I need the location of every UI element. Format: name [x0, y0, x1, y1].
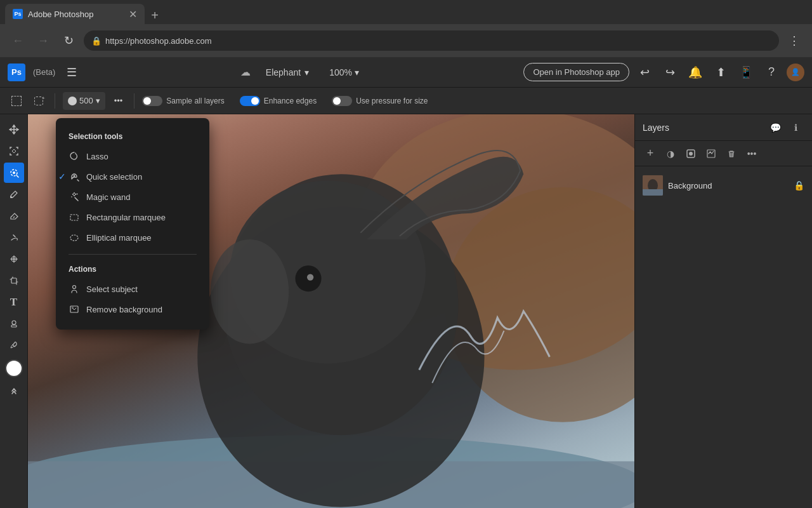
app-beta-label: (Beta)	[33, 67, 55, 77]
cloud-save-button[interactable]: 📱	[736, 62, 756, 83]
dropdown-divider	[69, 254, 197, 255]
lasso-tool-label: Lasso	[86, 152, 108, 161]
selection-mode-btn-2[interactable]: +	[30, 94, 47, 108]
sample-all-layers-toggle[interactable]	[142, 96, 162, 106]
mask-button[interactable]	[682, 145, 700, 163]
magic-wand-item[interactable]: Magic wand	[56, 187, 209, 207]
type-tool[interactable]: T	[4, 292, 24, 312]
selection-tools-section-title: Selection tools	[56, 128, 209, 146]
rectangular-marquee-label: Rectangular marquee	[86, 213, 166, 222]
app-header: Ps (Beta) ☰ ☁ Elephant ▾ 100% ▾ Open in …	[0, 57, 812, 88]
svg-point-21	[73, 286, 76, 289]
svg-rect-4	[11, 278, 16, 283]
svg-rect-6	[11, 325, 16, 327]
remove-background-item[interactable]: Remove background	[56, 299, 209, 319]
open-in-photoshop-button[interactable]: Open in Photoshop app	[523, 63, 629, 81]
select-subject-label: Select subject	[86, 284, 138, 294]
sample-all-layers-toggle-row: Sample all layers	[142, 96, 224, 106]
svg-point-1	[13, 171, 15, 174]
svg-rect-22	[70, 306, 78, 312]
frame-tool[interactable]	[4, 141, 24, 161]
rectangular-marquee-item[interactable]: Rectangular marquee	[56, 207, 209, 227]
more-options-button[interactable]: •••	[110, 93, 127, 108]
crop-tool[interactable]	[4, 271, 24, 291]
actions-section-title: Actions	[56, 261, 209, 279]
browser-toolbar: ← → ↻ 🔒 https://photoshop.adobe.com ⋮	[0, 24, 812, 57]
zoom-dropdown-icon: ▾	[355, 67, 359, 77]
erase-tool[interactable]	[4, 206, 24, 226]
select-subject-item[interactable]: Select subject	[56, 279, 209, 299]
brush-size-value: 500	[79, 96, 93, 105]
smudge-tool[interactable]	[4, 227, 24, 248]
panel-info-button[interactable]: ℹ	[787, 119, 804, 137]
file-name-button[interactable]: Elephant ▾	[261, 65, 314, 80]
svg-point-20	[70, 235, 78, 241]
layers-panel: Layers 💬 ℹ + ◑	[634, 114, 812, 508]
svg-point-25	[689, 152, 693, 156]
lasso-tool-item[interactable]: Lasso	[56, 146, 209, 166]
panel-title: Layers	[643, 123, 669, 133]
lock-icon: 🔒	[91, 36, 102, 46]
svg-rect-19	[70, 215, 78, 220]
panel-toolbar: + ◑	[635, 141, 812, 166]
layer-name-background: Background	[668, 181, 789, 190]
stamp-tool[interactable]	[4, 314, 24, 334]
left-toolbar: T	[0, 114, 28, 508]
selection-mode-btn-1[interactable]	[8, 93, 25, 109]
add-layer-button[interactable]: +	[641, 145, 659, 163]
active-tab[interactable]: Ps Adobe Photoshop ✕	[5, 4, 145, 24]
eyedropper-tool[interactable]	[4, 335, 24, 356]
use-pressure-label: Use pressure for size	[356, 97, 428, 105]
svg-rect-29	[643, 189, 663, 196]
delete-layer-button[interactable]	[723, 145, 740, 163]
address-bar[interactable]: 🔒 https://photoshop.adobe.com	[84, 30, 779, 51]
user-avatar[interactable]: 👤	[787, 64, 804, 81]
share-button[interactable]: ⬆	[710, 62, 731, 83]
tab-favicon: Ps	[13, 9, 23, 19]
quick-selection-label: Quick selection	[86, 172, 142, 182]
layer-thumbnail	[643, 175, 663, 196]
tab-close-button[interactable]: ✕	[129, 8, 137, 20]
enhance-edges-label: Enhance edges	[264, 97, 317, 105]
panel-header: Layers 💬 ℹ	[635, 114, 812, 141]
move-tool[interactable]	[4, 119, 24, 140]
panel-more-options[interactable]: •••	[743, 145, 761, 163]
brush-tool[interactable]	[4, 184, 24, 204]
magic-wand-icon	[69, 191, 80, 203]
magic-wand-label: Magic wand	[86, 192, 130, 202]
panel-header-right: 💬 ℹ	[766, 119, 804, 137]
zoom-adjust-tool[interactable]	[4, 381, 24, 401]
header-right: Open in Photoshop app ↩ ↪ 🔔 ⬆ 📱 ? 👤	[523, 62, 804, 83]
refresh-button[interactable]: ↻	[58, 30, 79, 51]
app-area: Ps (Beta) ☰ ☁ Elephant ▾ 100% ▾ Open in …	[0, 57, 812, 508]
file-name-dropdown-icon: ▾	[304, 67, 309, 77]
svg-point-5	[12, 321, 16, 324]
heal-tool[interactable]	[4, 249, 24, 269]
undo-button[interactable]: ↩	[634, 62, 655, 83]
brush-size-selector[interactable]: 500 ▾	[63, 92, 105, 110]
brush-color-preview[interactable]	[5, 359, 23, 377]
use-pressure-toggle[interactable]	[332, 96, 352, 106]
forward-button[interactable]: →	[33, 30, 53, 51]
browser-menu-button[interactable]: ⋮	[784, 30, 804, 51]
back-button[interactable]: ←	[8, 30, 28, 51]
effects-button[interactable]: ◑	[662, 145, 679, 163]
layer-item-background[interactable]: Background 🔒	[635, 171, 812, 199]
elliptical-marquee-item[interactable]: Elliptical marquee	[56, 227, 209, 248]
zoom-button[interactable]: 100% ▾	[324, 65, 364, 80]
new-tab-button[interactable]: +	[146, 6, 164, 24]
adjustment-button[interactable]	[702, 145, 720, 163]
help-button[interactable]: ?	[761, 62, 782, 83]
redo-button[interactable]: ↪	[660, 62, 680, 83]
canvas-area[interactable]: Selection tools Lasso ✓	[28, 114, 634, 508]
use-pressure-toggle-row: Use pressure for size	[332, 96, 428, 106]
quick-selection-item[interactable]: ✓ Quick selection	[56, 166, 209, 187]
quick-selection-icon	[69, 171, 80, 182]
enhance-edges-toggle[interactable]	[240, 96, 260, 106]
hamburger-button[interactable]: ☰	[63, 64, 81, 81]
selection-tools-dropdown: Selection tools Lasso ✓	[56, 118, 209, 330]
notifications-button[interactable]: 🔔	[685, 62, 705, 83]
quick-selection-checkmark: ✓	[58, 171, 66, 182]
panel-comments-button[interactable]: 💬	[766, 119, 784, 137]
selection-tool[interactable]	[4, 163, 24, 183]
